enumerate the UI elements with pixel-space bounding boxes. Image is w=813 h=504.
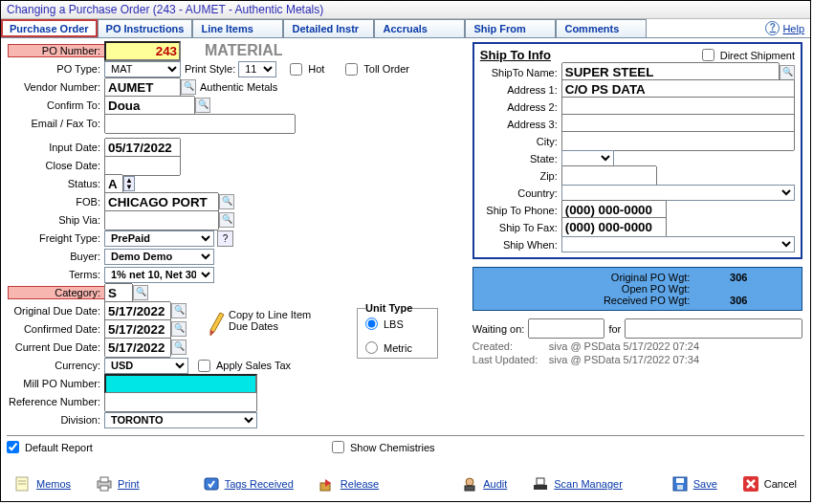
state-select[interactable]	[561, 150, 614, 166]
direct-shipment-checkbox[interactable]	[702, 49, 714, 61]
country-select[interactable]	[561, 185, 795, 201]
tab-purchase-order[interactable]: Purchase Order	[1, 19, 98, 37]
hot-checkbox[interactable]	[290, 63, 302, 76]
division-label: Division:	[9, 414, 104, 426]
original-due-date-input[interactable]	[104, 301, 171, 321]
tab-accruals[interactable]: Accruals	[374, 19, 465, 37]
tab-comments[interactable]: Comments	[556, 19, 647, 37]
svg-rect-16	[677, 485, 683, 490]
svg-rect-15	[676, 478, 684, 483]
copy-line2: Due Dates	[229, 320, 311, 332]
waiting-for-label: for	[608, 323, 621, 335]
show-chemistries-checkbox[interactable]	[332, 441, 344, 453]
unit-type-group: Unit Type LBS Metric	[357, 302, 438, 359]
category-lookup-icon[interactable]	[133, 285, 148, 300]
state-label: State:	[480, 153, 561, 164]
default-report-checkbox[interactable]	[7, 441, 19, 453]
memo-icon	[14, 475, 32, 493]
fob-input[interactable]	[104, 192, 219, 212]
print-button[interactable]: Print	[88, 472, 147, 495]
vendor-name-text: Authentic Metals	[200, 81, 277, 93]
confirmed-date-lookup-icon[interactable]	[171, 321, 187, 337]
memos-button[interactable]: Memos	[7, 472, 78, 495]
vendor-lookup-icon[interactable]	[181, 79, 196, 95]
shipto-name-lookup-icon[interactable]	[780, 65, 795, 80]
audit-button[interactable]: Audit	[453, 472, 515, 495]
unit-lbs-label: LBS	[384, 318, 404, 330]
buyer-select[interactable]: Demo Demo	[104, 249, 214, 265]
title-bar: Changing a Purchase Order (243 - AUMET -…	[1, 1, 810, 19]
input-date-label: Input Date:	[9, 142, 104, 153]
original-due-lookup-icon[interactable]	[171, 303, 187, 318]
category-input[interactable]	[104, 283, 133, 303]
vendor-number-input[interactable]	[104, 77, 181, 98]
confirm-to-input[interactable]	[104, 96, 195, 116]
print-style-select[interactable]: 11	[238, 61, 276, 77]
confirm-lookup-icon[interactable]	[195, 98, 210, 113]
freight-type-label: Freight Type:	[9, 232, 104, 244]
tab-detailed-instr[interactable]: Detailed Instr	[283, 19, 374, 37]
confirmed-date-input[interactable]	[104, 319, 171, 340]
close-date-input[interactable]	[104, 156, 181, 176]
po-type-select[interactable]: MAT	[104, 61, 181, 77]
confirm-to-label: Confirm To:	[9, 99, 104, 111]
ship-via-input[interactable]	[104, 210, 219, 230]
pencil-icon	[208, 309, 225, 340]
tab-po-instructions[interactable]: PO Instructions	[98, 19, 193, 37]
copy-to-line-item-button[interactable]: Copy to Line Item Due Dates	[208, 309, 311, 340]
status-input[interactable]	[104, 174, 123, 194]
po-number-input[interactable]	[104, 41, 181, 61]
waiting-on-input[interactable]	[528, 318, 604, 339]
email-fax-input[interactable]	[104, 114, 296, 134]
freight-help-button[interactable]: ?	[217, 230, 233, 247]
zip-label: Zip:	[480, 170, 561, 182]
freight-type-select[interactable]: PrePaid	[104, 230, 214, 247]
apply-sales-tax-checkbox[interactable]	[198, 360, 210, 372]
currency-label: Currency:	[9, 360, 104, 371]
currency-select[interactable]: USD	[104, 358, 188, 374]
waiting-for-input[interactable]	[625, 318, 802, 339]
ship-to-fax-input[interactable]	[561, 217, 667, 237]
po-weight-panel: Original PO Wgt:306 Open PO Wgt: Receive…	[472, 267, 802, 311]
waiting-on-label: Waiting on:	[472, 323, 525, 335]
scan-manager-button[interactable]: Scan Manager	[524, 472, 630, 495]
mill-po-number-input[interactable]	[104, 374, 257, 394]
original-po-wgt-label: Original PO Wgt:	[527, 272, 690, 283]
print-style-label: Print Style:	[185, 63, 235, 75]
svg-rect-12	[534, 485, 547, 490]
tab-line-items[interactable]: Line Items	[192, 19, 283, 37]
zip-input[interactable]	[561, 165, 657, 186]
ship-via-lookup-icon[interactable]	[219, 212, 234, 228]
tab-ship-from[interactable]: Ship From	[465, 19, 556, 37]
current-due-date-input[interactable]	[104, 338, 171, 358]
open-po-wgt-label: Open PO Wgt:	[527, 283, 690, 295]
release-icon	[319, 475, 336, 493]
default-report-label: Default Report	[25, 442, 93, 453]
save-button[interactable]: Save	[664, 472, 725, 495]
vendor-number-label: Vendor Number:	[9, 81, 104, 93]
po-number-label: PO Number:	[9, 45, 104, 56]
cancel-button[interactable]: Cancel	[735, 472, 804, 495]
status-spinner[interactable]: ▲▼	[123, 176, 135, 191]
category-label: Category:	[9, 287, 104, 298]
unit-lbs-radio[interactable]	[365, 318, 378, 330]
input-date-input[interactable]	[104, 138, 181, 158]
current-due-lookup-icon[interactable]	[171, 340, 187, 355]
toll-order-checkbox[interactable]	[345, 63, 358, 76]
city-input[interactable]	[561, 131, 795, 151]
terms-select[interactable]: 1% net 10, Net 30	[104, 267, 214, 283]
address1-label: Address 1:	[480, 84, 561, 96]
created-label: Created:	[472, 340, 549, 352]
reference-number-input[interactable]	[104, 392, 257, 412]
release-button[interactable]: Release	[311, 472, 386, 495]
tags-received-button[interactable]: Tags Received	[195, 472, 301, 495]
help-link[interactable]: Help	[765, 19, 804, 37]
division-select[interactable]: TORONTO	[104, 412, 257, 428]
shipto-name-label: ShipTo Name:	[480, 67, 561, 78]
received-po-wgt-value: 306	[699, 295, 747, 306]
unit-metric-radio[interactable]	[365, 341, 378, 354]
svg-point-10	[466, 478, 473, 486]
ship-when-select[interactable]	[561, 236, 795, 252]
printer-icon	[96, 475, 113, 493]
fob-lookup-icon[interactable]	[219, 194, 234, 209]
